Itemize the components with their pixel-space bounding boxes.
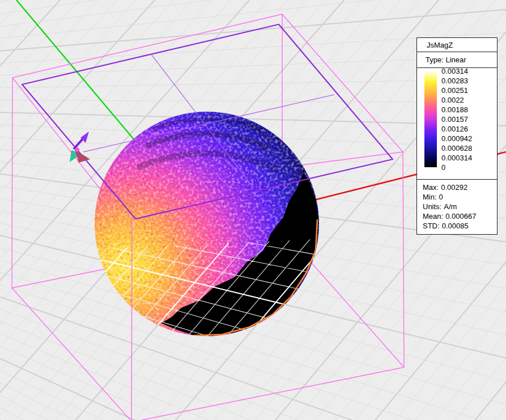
legend-scale-value: 0.000628: [441, 143, 472, 153]
legend-scale-values: 0.00314 0.00283 0.00251 0.0022 0.00188 0…: [441, 66, 472, 172]
legend-scale-value: 0.00157: [441, 114, 472, 124]
legend-colorbar-section: 0.00314 0.00283 0.00251 0.0022 0.00188 0…: [417, 67, 497, 179]
legend-stat-mean: Mean:0.000667: [423, 211, 497, 221]
legend-scale-value: 0.0022: [441, 95, 472, 105]
legend-scale-value: 0.00314: [441, 66, 472, 76]
legend-scale-value: 0.00283: [441, 76, 472, 86]
3d-modeler-viewport[interactable]: JsMagZ Type: Linear 0.00314 0.00283 0.00…: [0, 0, 506, 420]
legend-panel[interactable]: JsMagZ Type: Linear 0.00314 0.00283 0.00…: [416, 37, 498, 235]
legend-scale-type: Type: Linear: [417, 52, 497, 67]
legend-scale-value: 0.00126: [441, 124, 472, 134]
air-box-front-edge: [131, 217, 132, 420]
legend-stat-std: STD:0.00085: [423, 221, 497, 231]
legend-stat-units: Units:A/m: [423, 202, 497, 211]
legend-scale-value: 0.00188: [441, 105, 472, 114]
legend-scale-value: 0.00251: [441, 86, 472, 95]
legend-scale-value: 0.000314: [441, 153, 472, 163]
legend-stats: Max:0.00292 Min:0 Units:A/m Mean:0.00066…: [417, 179, 497, 234]
legend-scale-value: 0.000942: [441, 134, 472, 143]
legend-scale-value: 0: [441, 163, 472, 172]
legend-stat-max: Max:0.00292: [423, 183, 497, 192]
legend-title: JsMagZ: [417, 38, 497, 52]
legend-colorbar: [424, 71, 437, 167]
legend-stat-min: Min:0: [423, 192, 497, 202]
